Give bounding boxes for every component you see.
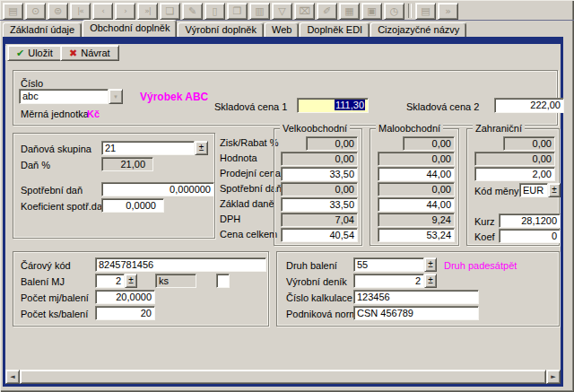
history-button[interactable]: ◷ — [384, 3, 404, 20]
x-icon: ✖ — [69, 48, 77, 59]
cancel-record-button[interactable]: ⌧ — [294, 3, 315, 20]
coef-label: Koef — [474, 231, 495, 243]
cislo-combo[interactable]: abc — [19, 89, 109, 104]
tab-obchodni-doplnek[interactable]: Obchodní doplněk — [83, 20, 177, 37]
scroll-left-button[interactable]: ◄ — [5, 370, 20, 384]
sheets-icon: ▦ — [344, 5, 353, 17]
tab-zakladni-udaje[interactable]: Základní údaje — [3, 22, 82, 37]
tax-group-combo[interactable]: 21 — [101, 141, 195, 155]
app-window: ▤ ⊙ ⊜ |« ‹ › »| ❏ ✎ ▯ ❐ ▥ ▽ ⌧ ✐ ▦ ▣ ◷ ▤ … — [0, 0, 574, 392]
production-diary-spin-button[interactable]: ± — [424, 274, 437, 288]
list-button[interactable]: ▤ — [3, 3, 23, 20]
main-toolbar: ▤ ⊙ ⊜ |« ‹ › »| ❏ ✎ ▯ ❐ ▥ ▽ ⌧ ✐ ▦ ▣ ◷ ▤ … — [3, 2, 460, 20]
tab-web[interactable]: Web — [265, 22, 299, 37]
post-record-button[interactable]: ▥ — [249, 3, 270, 20]
foreign-group-title: Zahraniční — [473, 123, 525, 135]
scrollbar-thumb[interactable] — [20, 370, 546, 384]
copy-icon: ❐ — [233, 5, 242, 17]
tab-cizojazycne-nazvy[interactable]: Cizojazyčné názvy — [370, 22, 466, 37]
pack-type-spin-button[interactable]: ± — [424, 257, 437, 272]
foreign-group: Zahraniční 0,00 0,00 2,00 Kód měny EUR ±… — [466, 128, 560, 246]
note-button[interactable]: ✐ — [317, 3, 337, 20]
currency-spin-button[interactable]: ± — [548, 183, 561, 197]
stock-price1-field[interactable]: 111,30 — [297, 98, 369, 113]
scroll-right-button[interactable]: ► — [546, 370, 561, 384]
production-diary-label: Výrobní deník — [286, 275, 347, 288]
production-group: Druh balení 55 ± Druh padesátpět Výrobní… — [276, 251, 560, 327]
excise-coef-field[interactable]: 0,0000 — [101, 198, 164, 213]
insert-record-button[interactable]: ❏ — [160, 3, 180, 20]
pack-type-hint-text: Druh padesátpět — [444, 259, 517, 272]
tax-group-spin-button[interactable]: ± — [195, 141, 208, 155]
print-list-button[interactable]: ▦ — [339, 3, 360, 20]
retail-hodnota-field: 0,00 — [378, 152, 455, 166]
view-button[interactable]: ⊙ — [25, 3, 46, 20]
package-extra-field[interactable] — [216, 274, 230, 288]
last-record-button[interactable]: »| — [137, 3, 158, 20]
retail-cena-celkem-field[interactable]: 53,24 — [378, 228, 455, 242]
foreign-cena-field[interactable]: 2,00 — [474, 167, 555, 181]
spin-icon: ± — [428, 276, 433, 285]
browse-button[interactable]: ⊜ — [48, 3, 68, 20]
barcode-field[interactable]: 8245781456 — [95, 257, 266, 272]
header-group: Číslo abc ▼ Výrobek ABC Měrná jednotka K… — [13, 70, 558, 126]
list-icon: ▤ — [8, 5, 17, 17]
double-chevron-icon: » — [445, 5, 451, 17]
stock-price2-field[interactable]: 222,00 — [494, 98, 564, 113]
edit-record-button[interactable]: ✎ — [182, 3, 203, 20]
check-icon: ✔ — [16, 48, 24, 59]
unit-label: Měrná jednotka — [21, 108, 89, 120]
next-record-button[interactable]: › — [115, 3, 135, 20]
wholesale-zaklad-dane-field[interactable]: 33,50 — [281, 197, 358, 212]
first-record-button[interactable]: |« — [70, 3, 91, 20]
new-document-icon: ❏ — [166, 5, 175, 17]
wholesale-prodejni-cena-field[interactable]: 33,50 — [281, 167, 358, 181]
horizontal-scrollbar[interactable]: ◄ ► — [5, 370, 561, 384]
package-unit-field[interactable]: 2 — [95, 274, 125, 288]
back-button[interactable]: ✖ Návrat — [60, 45, 119, 61]
exchange-rate-field[interactable]: 28,1200 — [499, 213, 561, 228]
tab-page-obchodni-doplnek: ✔ Uložit ✖ Návrat Číslo abc ▼ Výrobek AB… — [3, 37, 563, 387]
tab-vyrobni-doplnek[interactable]: Výrobní doplněk — [178, 22, 264, 37]
edit-pencil-icon: ✎ — [188, 5, 196, 17]
foreign-zisk-field: 0,00 — [503, 136, 555, 151]
wholesale-spotrebni-dan-field: 0,00 — [281, 182, 358, 196]
last-record-icon: »| — [144, 6, 151, 15]
qty-mj-field[interactable]: 20,0000 — [95, 290, 155, 304]
retail-zisk-field: 0,00 — [403, 136, 455, 151]
package-icon: ▣ — [367, 5, 376, 17]
foreign-hodnota-field: 0,00 — [474, 152, 555, 166]
qty-ks-field[interactable]: 20 — [95, 306, 155, 320]
cislo-dropdown-button[interactable]: ▼ — [109, 89, 123, 104]
save-button[interactable]: ✔ Uložit — [7, 45, 62, 61]
eye-list-icon: ⊜ — [54, 5, 62, 17]
left-arrow-icon: ◄ — [10, 373, 14, 380]
exchange-rate-label: Kurz — [474, 215, 495, 228]
tab-doplnek-edi[interactable]: Doplněk EDI — [300, 22, 370, 37]
currency-combo[interactable]: EUR — [519, 183, 548, 197]
print-button[interactable]: ▤ — [415, 3, 436, 20]
retail-zaklad-dane-field[interactable]: 44,00 — [378, 197, 455, 212]
more-button[interactable]: » — [438, 3, 458, 20]
pack-type-combo[interactable]: 55 — [353, 257, 424, 272]
calculation-number-field[interactable]: 123456 — [353, 290, 479, 304]
product-name-text: Výrobek ABC — [140, 91, 208, 103]
chevron-down-icon: ▼ — [113, 94, 118, 100]
coef-field[interactable]: 0 — [499, 229, 561, 243]
production-diary-field[interactable]: 2 — [353, 274, 424, 288]
wholesale-cena-celkem-field[interactable]: 40,54 — [281, 228, 358, 242]
tax-rate-field: 21,00 — [101, 157, 153, 171]
prior-record-button[interactable]: ‹ — [92, 3, 113, 20]
funnel-icon: ▽ — [278, 5, 285, 17]
price-row-label-prodejni-cena: Prodejní cena — [220, 167, 281, 179]
delete-record-button[interactable]: ▯ — [204, 3, 225, 20]
retail-prodejni-cena-field[interactable]: 44,00 — [378, 167, 455, 181]
excise-field[interactable]: 0,000000 — [101, 182, 214, 196]
stock-price1-label: Skladová cena 1 — [214, 100, 287, 113]
filter-button[interactable]: ▽ — [272, 3, 292, 20]
package-unit-spin-button[interactable]: ± — [125, 274, 137, 288]
retail-spotrebni-dan-field: 0,00 — [378, 182, 455, 196]
company-norm-field[interactable]: CSN 456789 — [353, 306, 479, 320]
attachment-button[interactable]: ▣ — [361, 3, 382, 20]
copy-record-button[interactable]: ❐ — [227, 3, 248, 20]
